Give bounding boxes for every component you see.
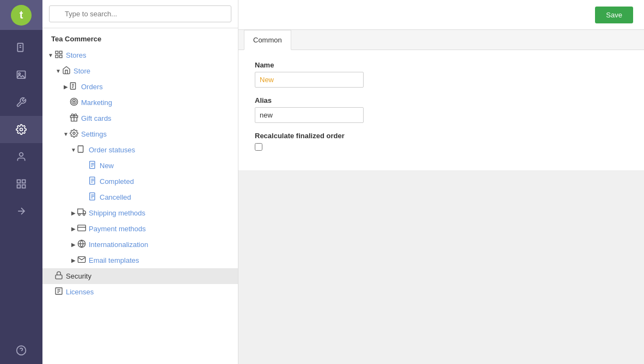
tree-item-giftcards[interactable]: Gift cards [42, 110, 238, 126]
content-area: Common Name Alias Recalculate finalized … [238, 30, 644, 364]
tree-item-emailtemplates[interactable]: ▶ Email templates [42, 252, 238, 268]
sidebar-item-reports[interactable] [0, 170, 42, 198]
svg-point-24 [70, 98, 77, 105]
email-icon [77, 255, 86, 266]
orders-icon [70, 82, 78, 92]
svg-point-5 [20, 128, 23, 131]
name-input[interactable] [255, 72, 364, 88]
recalculate-group: Recalculate finalized order [255, 132, 628, 151]
svg-marker-44 [83, 211, 86, 213]
svg-rect-7 [17, 180, 21, 183]
logo-area: t [0, 0, 42, 30]
tree-item-completed[interactable]: Completed [42, 174, 238, 189]
sidebar-item-arrow[interactable] [0, 198, 42, 225]
recalculate-checkbox[interactable] [255, 143, 262, 151]
svg-point-29 [73, 132, 75, 134]
completed-icon [88, 176, 97, 187]
email-label: Email templates [89, 256, 139, 264]
name-label: Name [255, 61, 628, 69]
tree-item-cancelled[interactable]: Cancelled [42, 189, 238, 205]
top-bar: Save [238, 0, 644, 30]
giftcards-icon [70, 113, 78, 124]
main-content: Save Common Name Alias Recalculate final… [238, 0, 644, 364]
tree-panel: Tea Commerce ▼ Stores ▼ Store ▶ Orders [42, 0, 238, 364]
orders-label: Orders [81, 83, 103, 91]
licenses-icon [54, 287, 63, 297]
cancelled-label: Cancelled [100, 193, 131, 201]
orderstatuses-icon [77, 145, 86, 155]
sidebar-item-tools[interactable] [0, 89, 42, 116]
sidebar-item-documents[interactable] [0, 34, 42, 61]
settings-icon [70, 129, 78, 139]
marketing-label: Marketing [81, 98, 112, 107]
payment-icon [77, 224, 86, 234]
new-icon [88, 161, 97, 171]
form-area: Name Alias Recalculate finalized order [238, 50, 644, 170]
svg-rect-10 [17, 185, 21, 188]
tree-content: Tea Commerce ▼ Stores ▼ Store ▶ Orders [42, 28, 238, 364]
tree-item-licenses[interactable]: Licenses [42, 284, 238, 300]
arrow-icon-orderstatuses: ▼ [70, 147, 77, 153]
svg-point-6 [20, 153, 23, 157]
sidebar-item-images[interactable] [0, 61, 42, 89]
svg-rect-8 [22, 180, 26, 183]
payment-label: Payment methods [89, 225, 146, 233]
sidebar-item-settings[interactable] [0, 116, 42, 143]
sidebar-item-help[interactable] [0, 337, 42, 364]
tree-item-internationalization[interactable]: ▶ Internationalization [42, 237, 238, 252]
arrow-icon-orders: ▶ [62, 84, 70, 90]
new-label: New [100, 162, 114, 170]
arrow-icon-stores: ▼ [47, 52, 54, 58]
tab-common[interactable]: Common [244, 30, 291, 50]
logo-icon: t [11, 5, 32, 26]
svg-rect-30 [78, 146, 83, 152]
giftcards-label: Gift cards [81, 114, 112, 122]
alias-input[interactable] [255, 107, 364, 123]
arrow-icon-payment: ▶ [70, 226, 77, 232]
arrow-icon-settings: ▼ [62, 131, 70, 137]
licenses-label: Licenses [66, 288, 94, 296]
alias-group: Alias [255, 96, 628, 123]
tree-item-new[interactable]: New [42, 158, 238, 174]
store-label: Store [73, 67, 90, 75]
tree-item-settings[interactable]: ▼ Settings [42, 126, 238, 142]
store-icon [62, 66, 71, 76]
arrow-icon-store: ▼ [54, 68, 62, 74]
tree-item-store[interactable]: ▼ Store [42, 63, 238, 79]
tree-item-stores[interactable]: ▼ Stores [42, 47, 238, 63]
shipping-icon [77, 208, 86, 218]
completed-label: Completed [100, 177, 134, 186]
tree-item-security[interactable]: Security [42, 268, 238, 284]
intl-label: Internationalization [89, 240, 148, 249]
tree-item-orders[interactable]: ▶ Orders [42, 79, 238, 95]
svg-rect-17 [59, 51, 62, 54]
tree-header: Tea Commerce [42, 28, 238, 47]
tree-item-paymentmethods[interactable]: ▶ Payment methods [42, 221, 238, 237]
save-button[interactable]: Save [595, 7, 633, 23]
recalculate-label: Recalculate finalized order [255, 132, 628, 140]
tree-item-orderstatuses[interactable]: ▼ Order statuses [42, 142, 238, 158]
intl-icon [77, 239, 86, 250]
svg-rect-9 [22, 185, 26, 188]
svg-rect-16 [56, 51, 58, 54]
recalculate-checkbox-group [255, 143, 628, 151]
security-icon [54, 271, 63, 281]
icon-bar: t [0, 0, 42, 364]
cancelled-icon [88, 192, 97, 202]
svg-point-26 [73, 101, 75, 103]
search-bar [42, 0, 238, 28]
tree-item-marketing[interactable]: Marketing [42, 95, 238, 110]
settings-label: Settings [81, 130, 107, 138]
svg-rect-43 [78, 209, 83, 214]
tree-item-shippingmethods[interactable]: ▶ Shipping methods [42, 205, 238, 221]
search-input[interactable] [49, 5, 231, 22]
alias-label: Alias [255, 96, 628, 104]
svg-point-46 [83, 214, 85, 215]
svg-rect-52 [56, 275, 62, 279]
security-label: Security [66, 272, 91, 280]
svg-rect-47 [78, 225, 86, 231]
shipping-label: Shipping methods [89, 209, 145, 217]
svg-rect-18 [59, 55, 62, 58]
sidebar-item-users[interactable] [0, 143, 42, 170]
search-wrapper [49, 5, 231, 22]
